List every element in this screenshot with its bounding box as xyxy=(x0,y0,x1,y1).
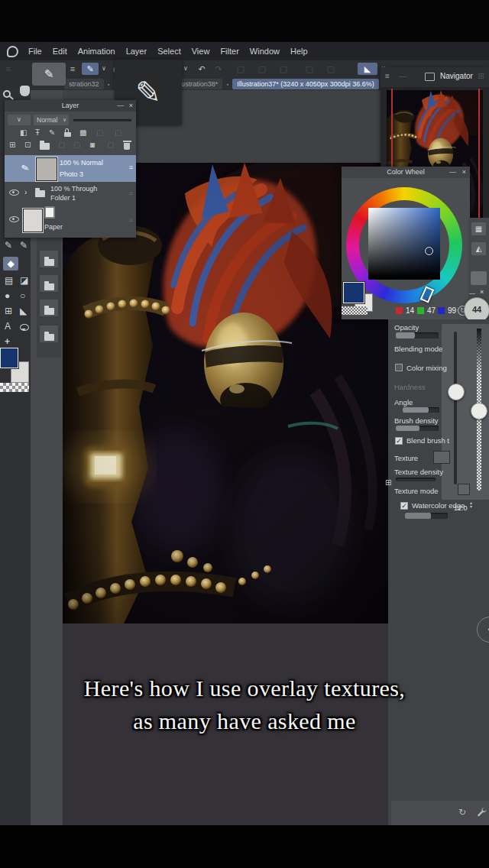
menu-filter[interactable]: Filter xyxy=(220,47,238,56)
layer-menu-icon[interactable]: ≡ xyxy=(129,164,133,171)
color-wheel-titlebar[interactable]: Color Wheel — × xyxy=(342,167,470,178)
layer-row-paper[interactable]: Paper ≡ xyxy=(5,206,136,235)
menu-help[interactable]: Help xyxy=(290,47,308,56)
layer-visibility-icon[interactable] xyxy=(9,189,19,197)
fg-color-swatch[interactable] xyxy=(343,282,364,303)
image-panel-icon[interactable]: ▦ xyxy=(471,222,486,235)
move-tool-icon[interactable]: + xyxy=(5,336,10,347)
layer-mask-icon[interactable]: ◙ xyxy=(90,141,95,149)
layer-row-photo3[interactable]: ✎ 100 % Normal Photo 3 ≡ xyxy=(5,155,136,182)
close-icon[interactable]: × xyxy=(462,167,466,178)
size-slider-handle[interactable] xyxy=(448,384,465,400)
navigator-tab-icon[interactable] xyxy=(425,73,435,81)
layer-thumbnail[interactable] xyxy=(36,157,57,181)
foreground-color-swatch[interactable] xyxy=(0,348,18,368)
clip-to-layer-icon[interactable]: ◧ xyxy=(20,128,27,137)
menu-select[interactable]: Select xyxy=(157,47,181,56)
layer-menu-icon[interactable]: ≡ xyxy=(129,189,133,197)
hand-tool-button[interactable] xyxy=(20,86,34,101)
color-cursor-icon[interactable] xyxy=(425,247,433,255)
menu-edit[interactable]: Edit xyxy=(53,47,67,56)
transparent-color-swatch[interactable] xyxy=(0,383,29,392)
texture-density-slider[interactable] xyxy=(396,478,436,481)
pencil-tool-icon[interactable]: ✎ xyxy=(5,240,12,251)
new-layer-settings-icon[interactable]: ⊡ xyxy=(24,141,31,149)
wrench-icon[interactable] xyxy=(477,807,487,817)
gradient-tool-icon[interactable]: ◪ xyxy=(20,275,28,286)
figure-tool-icon[interactable]: ⊞ xyxy=(5,306,12,316)
new-folder-icon[interactable] xyxy=(40,143,50,151)
minimize-icon[interactable]: — xyxy=(117,100,124,112)
layer-panel-titlebar[interactable]: Layer — × xyxy=(5,100,136,112)
material-folder-button[interactable] xyxy=(40,326,58,342)
transparent-swatch[interactable] xyxy=(342,306,368,315)
panel-menu-icon[interactable]: ≡ xyxy=(385,72,390,80)
navigator-view-frame-right[interactable] xyxy=(478,89,480,238)
redo-icon[interactable]: ↷ xyxy=(212,63,225,75)
tab-illustration37-active[interactable]: Illustration37* (3240 x 4050px 300dpi 36… xyxy=(232,79,379,89)
pen-tool-icon[interactable]: ✎ xyxy=(20,240,28,251)
decoration-tool-icon[interactable]: ▤ xyxy=(5,275,13,286)
close-icon[interactable]: × xyxy=(129,100,133,112)
main-menu-icon[interactable]: ≡ xyxy=(67,63,78,75)
blend-tool-icon-selected[interactable]: ◆ xyxy=(3,257,18,270)
ellipse-tool-icon[interactable]: ○ xyxy=(20,290,25,301)
app-logo-icon[interactable] xyxy=(7,46,18,57)
fill-tool-icon[interactable]: ● xyxy=(5,290,10,301)
layer-opacity-slider[interactable] xyxy=(73,119,131,121)
color-mixing-checkbox[interactable] xyxy=(395,364,403,371)
minimize-icon[interactable]: — xyxy=(449,167,456,178)
brush-tip-panel-icon[interactable]: ◭ xyxy=(471,242,486,255)
panel-options-icon[interactable]: ⊞ xyxy=(478,72,484,80)
layer-menu-icon[interactable]: ≡ xyxy=(129,216,133,224)
layer-setting-icon[interactable]: ▢ xyxy=(96,128,103,137)
tone-icon[interactable]: Ŧ xyxy=(35,128,40,137)
menu-animation[interactable]: Animation xyxy=(78,47,115,56)
material-folder-button[interactable] xyxy=(40,300,58,316)
lasso-tool-icon[interactable]: ◣ xyxy=(20,306,27,316)
tool-dropdown-icon[interactable]: ∨ xyxy=(100,63,108,75)
menu-file[interactable]: File xyxy=(28,47,42,56)
menu-view[interactable]: View xyxy=(192,47,210,56)
minimize-icon[interactable]: — xyxy=(469,290,475,296)
material-folder-button[interactable] xyxy=(40,275,58,292)
saturation-value-square[interactable] xyxy=(368,208,440,280)
selection-launcher-icon[interactable]: ◣ xyxy=(358,63,377,75)
layer-visibility-icon[interactable] xyxy=(9,216,19,224)
add-property-icon[interactable]: ⊞ xyxy=(385,478,391,487)
panel-tab-icon[interactable]: — xyxy=(399,72,406,80)
draft-layer-icon[interactable]: ✎ xyxy=(49,128,55,137)
watercolor-edge-slider[interactable] xyxy=(405,513,448,519)
menu-window[interactable]: Window xyxy=(250,47,280,56)
save-dropdown-icon[interactable]: ∨ xyxy=(182,63,189,75)
tab-illustration32[interactable]: stration32 xyxy=(64,79,104,89)
angle-slider[interactable] xyxy=(403,407,439,413)
lock-transparency-icon[interactable]: ▩ xyxy=(79,128,86,137)
text-tool-icon[interactable]: A xyxy=(5,321,11,332)
history-icon[interactable]: ↻ xyxy=(458,807,466,818)
blend-brush-checkbox[interactable]: ✓ xyxy=(395,437,403,445)
layer-row-folder1[interactable]: › 100 % Through Folder 1 ≡ xyxy=(5,182,136,206)
opacity-slider-handle[interactable] xyxy=(471,403,487,419)
blend-mode-dropdown[interactable]: Normal ∨ xyxy=(34,115,69,125)
balloon-tool-icon[interactable] xyxy=(20,322,29,333)
lock-layer-icon[interactable] xyxy=(64,128,71,138)
material-folder-button[interactable] xyxy=(40,251,58,267)
brush-density-slider[interactable] xyxy=(396,426,439,431)
layer-thumbnail[interactable] xyxy=(23,209,43,232)
layer-setting-icon[interactable]: ▢ xyxy=(115,128,121,137)
texture-value-box[interactable] xyxy=(433,451,450,464)
texture-mode-box[interactable] xyxy=(458,484,470,495)
delete-layer-icon[interactable] xyxy=(124,141,130,151)
layer-combine-dropdown[interactable]: ∨ xyxy=(8,115,31,125)
stepper-icon[interactable]: ▴▾ xyxy=(470,501,472,509)
current-tool-icon[interactable]: ✎ xyxy=(82,63,99,75)
expand-folder-icon[interactable]: › xyxy=(24,188,27,196)
undo-icon[interactable]: ↶ xyxy=(196,63,208,75)
new-layer-icon[interactable]: ⊞ xyxy=(9,141,15,149)
opacity-slider[interactable] xyxy=(396,332,439,338)
watercolor-edge-checkbox[interactable]: ✓ xyxy=(400,502,408,510)
menu-layer[interactable]: Layer xyxy=(126,47,147,56)
close-icon[interactable]: × xyxy=(480,288,484,296)
size-slider-track[interactable] xyxy=(454,332,457,484)
